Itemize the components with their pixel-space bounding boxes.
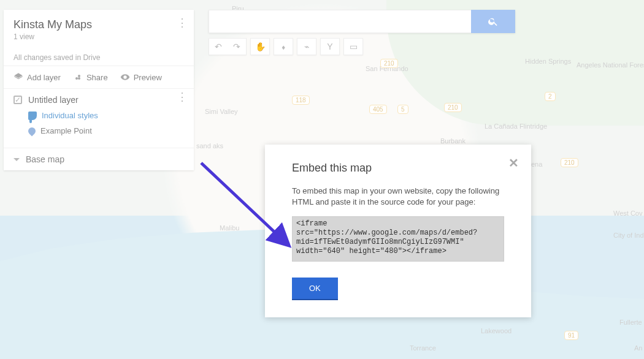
preview-label: Preview: [134, 73, 162, 82]
highway-shield: 2: [545, 92, 556, 101]
map-place-label: Burbank: [440, 137, 466, 145]
redo-icon: ↷: [233, 42, 240, 51]
side-panel: Kinsta My Maps 1 view All changes saved …: [4, 10, 194, 170]
highway-shield: 91: [564, 331, 578, 340]
eye-icon: [120, 72, 130, 82]
layers-icon: [13, 72, 23, 82]
search-bar: [209, 10, 515, 33]
add-layer-label: Add layer: [27, 73, 61, 82]
map-place-label: Hidden Springs: [525, 58, 571, 65]
redo-button[interactable]: ↷: [228, 39, 246, 55]
search-button[interactable]: [471, 10, 515, 33]
highway-shield: 118: [292, 96, 310, 105]
share-icon: [73, 72, 83, 82]
highway-shield: 405: [369, 105, 387, 114]
map-tools: ↶ ↷ ✋ ⬧ ⌁ Y ▭: [209, 38, 363, 55]
close-button[interactable]: ✕: [508, 156, 519, 170]
hand-icon: ✋: [255, 42, 266, 51]
undo-button[interactable]: ↶: [209, 39, 228, 55]
add-layer-button[interactable]: Add layer: [13, 72, 61, 82]
draw-line-button[interactable]: ⌁: [297, 39, 316, 55]
directions-button[interactable]: Y: [321, 39, 339, 55]
styles-label: Individual styles: [42, 111, 98, 120]
share-button[interactable]: Share: [73, 72, 108, 82]
marker-icon: ⬧: [281, 42, 286, 51]
modal-description: To embed this map in your own website, c…: [292, 186, 504, 208]
chevron-down-icon: [13, 158, 20, 161]
map-place-label: City of Industry: [613, 232, 644, 239]
layer-item[interactable]: ✓ Untitled layer: [13, 95, 184, 105]
add-marker-button[interactable]: ⬧: [274, 39, 293, 55]
layer-menu-icon[interactable]: ⋮: [177, 95, 188, 99]
close-icon: ✕: [508, 156, 519, 170]
ruler-icon: ▭: [350, 42, 358, 51]
base-map-button[interactable]: Base map: [4, 148, 194, 170]
map-place-label: Fullerte: [619, 319, 642, 326]
highway-shield: 210: [561, 158, 578, 167]
map-place-label: Angeles National Forest: [577, 61, 644, 69]
undo-icon: ↶: [215, 42, 222, 51]
highway-shield: 5: [397, 105, 408, 114]
map-place-label: Lakewood: [481, 327, 512, 334]
embed-modal: ✕ Embed this map To embed this map in yo…: [265, 145, 531, 317]
point-label: Example Point: [40, 126, 92, 135]
layer-title-label: Untitled layer: [28, 95, 79, 105]
search-input[interactable]: [209, 10, 471, 33]
save-status: All changes saved in Drive: [13, 53, 184, 62]
highway-shield: 210: [444, 103, 462, 112]
example-point-item[interactable]: Example Point: [28, 126, 184, 135]
pin-icon: [27, 126, 37, 136]
map-menu-icon[interactable]: ⋮: [177, 21, 188, 25]
map-place-label: La Cañada Flintridge: [485, 123, 547, 130]
map-place-label: Malibu: [220, 224, 239, 232]
directions-icon: Y: [327, 42, 332, 51]
share-label: Share: [86, 73, 108, 82]
search-icon: [488, 16, 499, 27]
map-place-label: West Cov: [613, 210, 642, 217]
polyline-icon: ⌁: [304, 42, 309, 51]
pan-button[interactable]: ✋: [251, 39, 269, 55]
map-place-label: Simi Valley: [205, 108, 238, 115]
paint-roller-icon: [28, 111, 37, 120]
map-place-label: ena: [531, 161, 542, 168]
embed-code-textarea[interactable]: [292, 216, 504, 262]
preview-button[interactable]: Preview: [120, 72, 162, 82]
view-count: 1 view: [13, 32, 184, 41]
individual-styles-button[interactable]: Individual styles: [28, 111, 184, 120]
base-map-label: Base map: [26, 154, 64, 164]
highway-shield: 210: [380, 59, 398, 68]
measure-button[interactable]: ▭: [344, 39, 362, 55]
map-title[interactable]: Kinsta My Maps: [13, 18, 184, 31]
ok-button[interactable]: OK: [292, 278, 338, 300]
layer-checkbox[interactable]: ✓: [13, 96, 22, 104]
map-place-label: sand aks: [196, 142, 223, 149]
map-place-label: Torrance: [410, 344, 436, 352]
map-place-label: An: [634, 344, 642, 352]
modal-title: Embed this map: [292, 162, 504, 175]
